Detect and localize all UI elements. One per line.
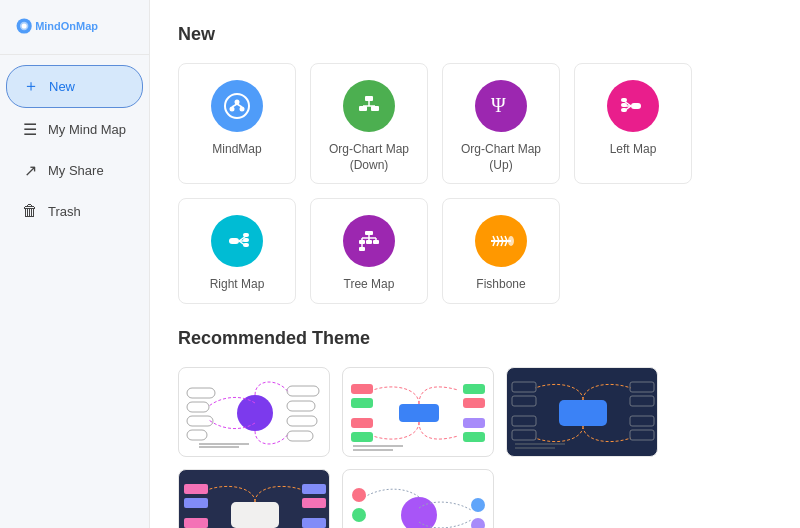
mindmap-label: MindMap [212,142,261,158]
svg-rect-65 [351,418,373,428]
trash-icon: 🗑 [20,202,40,220]
svg-rect-55 [287,431,313,441]
template-card-fishbone[interactable]: Fishbone [442,198,560,304]
sidebar-item-trash[interactable]: 🗑 Trash [6,192,143,230]
svg-rect-76 [512,416,536,426]
svg-rect-66 [351,432,373,442]
right-map-icon-circle [211,215,263,267]
sidebar: MindOnMap ＋ New ☰ My Mind Map ↗ My Share… [0,0,150,528]
svg-rect-16 [631,103,641,109]
svg-rect-87 [184,518,208,528]
svg-rect-52 [287,386,319,396]
sidebar-item-new-label: New [49,79,75,94]
svg-rect-30 [365,231,373,235]
svg-rect-68 [463,398,485,408]
svg-rect-79 [630,396,654,406]
fishbone-label: Fishbone [476,277,525,293]
svg-point-97 [352,508,366,522]
theme-card-2[interactable] [342,367,494,457]
sidebar-item-new[interactable]: ＋ New [6,65,143,108]
svg-rect-40 [359,247,365,251]
left-map-icon [619,92,647,120]
template-card-org-chart-down[interactable]: Org-Chart Map (Down) [310,63,428,184]
theme-card-5[interactable] [342,469,494,528]
svg-line-8 [232,104,237,107]
svg-rect-38 [373,240,379,244]
org-chart-down-icon-circle [343,80,395,132]
template-card-mindmap[interactable]: MindMap [178,63,296,184]
svg-line-9 [237,104,242,107]
theme-5-preview [343,470,494,528]
svg-rect-57 [187,402,209,412]
section-new-title: New [178,24,772,45]
template-card-left-map[interactable]: Left Map [574,63,692,184]
org-chart-up-icon-circle: Ψ [475,80,527,132]
theme-3-preview [507,368,658,457]
sidebar-item-my-mind-map-label: My Mind Map [48,122,126,137]
svg-rect-73 [559,400,607,426]
svg-rect-56 [187,388,215,398]
svg-rect-20 [621,98,627,102]
sidebar-item-my-mind-map[interactable]: ☰ My Mind Map [6,110,143,149]
svg-point-95 [401,497,437,528]
svg-rect-36 [359,240,365,244]
svg-point-100 [471,518,485,528]
main-content: New MindMap [150,0,800,528]
svg-rect-29 [243,243,249,247]
tree-map-icon [355,227,383,255]
theme-card-4[interactable] [178,469,330,528]
svg-point-51 [237,395,273,431]
svg-rect-22 [621,108,627,112]
svg-point-96 [352,488,366,502]
mindmap-icon [223,92,251,120]
left-map-label: Left Map [610,142,657,158]
org-chart-up-label: Org-Chart Map (Up) [453,142,549,173]
sidebar-item-my-share[interactable]: ↗ My Share [6,151,143,190]
svg-point-50 [508,236,514,246]
mind-map-icon: ☰ [20,120,40,139]
template-card-tree-map[interactable]: Tree Map [310,198,428,304]
left-map-icon-circle [607,80,659,132]
svg-rect-69 [463,418,485,428]
svg-point-6 [230,107,235,112]
svg-point-7 [240,107,245,112]
svg-rect-90 [302,498,326,508]
logo-area: MindOnMap [0,0,149,55]
svg-rect-23 [229,238,239,244]
svg-rect-75 [512,396,536,406]
tree-map-label: Tree Map [344,277,395,293]
svg-rect-58 [187,416,213,426]
svg-point-99 [471,498,485,512]
sidebar-item-trash-label: Trash [48,204,81,219]
mindmap-icon-circle [211,80,263,132]
template-card-right-map[interactable]: Right Map [178,198,296,304]
theme-card-1[interactable] [178,367,330,457]
svg-rect-64 [351,398,373,408]
template-card-org-chart-up[interactable]: Ψ Org-Chart Map (Up) [442,63,560,184]
svg-rect-59 [187,430,207,440]
svg-rect-84 [231,502,279,528]
new-icon: ＋ [21,76,41,97]
right-map-icon [223,227,251,255]
svg-rect-10 [365,96,373,101]
org-chart-up-icon: Ψ [487,92,515,120]
svg-rect-21 [621,103,627,107]
svg-text:MindOnMap: MindOnMap [35,20,98,32]
template-grid: MindMap Org-Chart Map (Down) Ψ [178,63,772,304]
svg-rect-78 [630,382,654,392]
svg-point-4 [225,94,249,118]
org-chart-down-icon [355,92,383,120]
svg-rect-77 [512,430,536,440]
tree-map-icon-circle [343,215,395,267]
svg-point-5 [235,100,240,105]
svg-rect-89 [302,484,326,494]
svg-rect-80 [630,416,654,426]
svg-rect-53 [287,401,315,411]
fishbone-icon [487,227,515,255]
logo-svg: MindOnMap [14,12,124,40]
theme-card-3[interactable] [506,367,658,457]
section-theme-title: Recommended Theme [178,328,772,349]
svg-rect-37 [366,240,372,244]
svg-rect-62 [399,404,439,422]
svg-rect-85 [184,484,208,494]
